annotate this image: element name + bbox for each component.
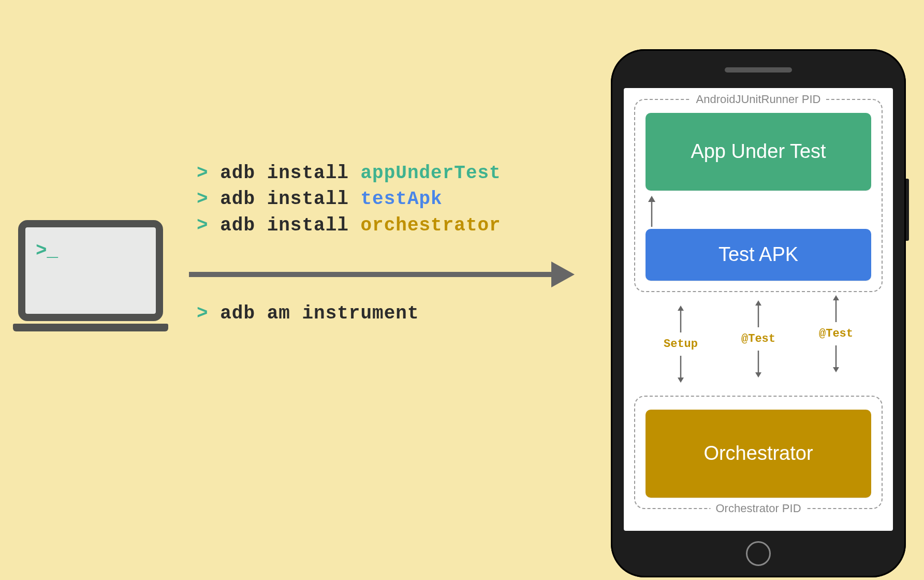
laptop-screen: >_ [18,220,163,321]
svg-marker-1 [551,262,575,287]
laptop-icon: >_ [18,220,168,331]
svg-marker-3 [648,196,655,202]
app-under-test-box: App Under Test [646,113,871,191]
svg-marker-11 [755,372,761,378]
orchestrator-pid-label: Orchestrator PID [710,502,806,515]
laptop-prompt: >_ [36,240,58,262]
svg-marker-7 [678,378,684,383]
cmd-text: adb install [220,189,349,210]
command-instrument: > adb am instrument [197,303,419,324]
arrow-up-icon [646,196,658,227]
phone-device: AndroidJUnitRunner PID App Under Test Te… [611,49,906,577]
double-arrow-icon [674,306,687,337]
laptop-base [13,324,168,331]
svg-marker-9 [755,300,761,306]
cmd-line-1: > adb install appUnderTest [197,161,501,186]
phone-speaker [725,67,792,72]
phone-side-button [906,179,909,241]
runner-pid-label: AndroidJUnitRunner PID [691,93,826,106]
orchestrator-pid-group: Orchestrator Orchestrator PID [634,396,883,509]
runner-pid-group: AndroidJUnitRunner PID App Under Test Te… [634,99,883,292]
double-arrow-icon [752,300,765,331]
phone-home-button [746,541,771,566]
cmd-text: adb install [220,163,349,184]
cmd-line-2: > adb install testApk [197,186,501,212]
arrow-col-test-1: @Test [741,300,775,378]
double-arrow-icon [830,295,842,326]
svg-marker-15 [833,367,839,372]
arrow-label: @Test [741,332,775,345]
prompt: > [197,189,209,210]
double-arrow-icon [752,346,765,378]
cmd-text: adb am instrument [220,303,419,324]
command-list: > adb install appUnderTest > adb install… [197,161,501,239]
prompt: > [197,163,209,184]
cmd-arg: orchestrator [360,215,501,236]
double-arrow-icon [830,341,842,372]
svg-marker-5 [678,306,684,311]
prompt: > [197,215,209,236]
mid-arrows: Setup @Test [634,292,883,396]
cmd-arg: appUnderTest [360,163,501,184]
double-arrow-icon [674,352,687,383]
cmd-text: adb install [220,215,349,236]
orchestrator-box: Orchestrator [646,410,871,498]
arrow-label: Setup [664,338,698,351]
phone-body: AndroidJUnitRunner PID App Under Test Te… [611,49,906,577]
svg-marker-13 [833,295,839,300]
arrow-col-test-2: @Test [819,295,853,372]
cmd-arg: testApk [360,189,442,210]
cmd-line-3: > adb install orchestrator [197,213,501,239]
test-apk-box: Test APK [646,229,871,281]
prompt: > [197,303,209,324]
phone-screen: AndroidJUnitRunner PID App Under Test Te… [624,88,893,531]
cmd-line-4: > adb am instrument [197,303,419,324]
arrow-col-setup: Setup [664,306,698,383]
flow-arrow-icon [189,256,575,293]
arrow-label: @Test [819,327,853,340]
